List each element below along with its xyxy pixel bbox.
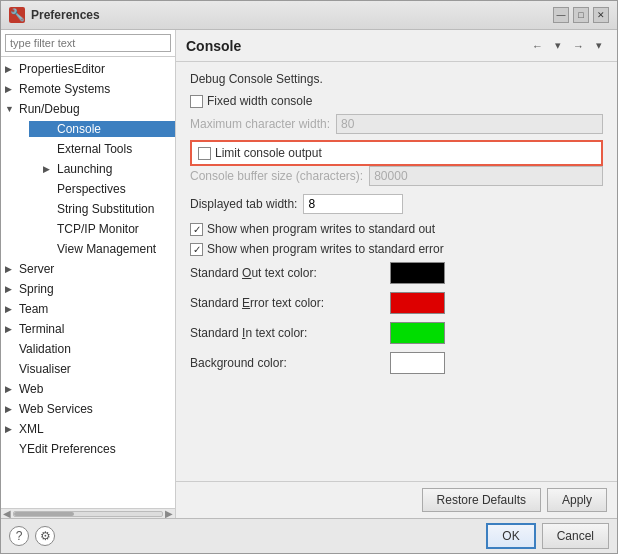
help-button[interactable]: ?	[9, 526, 29, 546]
sidebar-item-team[interactable]: ▶ Team	[1, 299, 175, 319]
sidebar-item-label: Web Services	[19, 402, 93, 416]
scroll-left-btn[interactable]: ◀	[3, 508, 11, 518]
sidebar-item-visualiser[interactable]: Visualiser	[1, 359, 175, 379]
tree: ▶ PropertiesEditor ▶ Remote Systems ▼ Ru	[1, 57, 175, 508]
expand-arrow: ▶	[43, 164, 57, 174]
console-buffer-row: Console buffer size (characters):	[190, 166, 603, 186]
background-color-label: Background color:	[190, 356, 390, 370]
tab-width-input[interactable]	[303, 194, 403, 214]
sidebar-item-perspectives[interactable]: Perspectives	[1, 179, 175, 199]
sidebar-item-label: Spring	[19, 282, 54, 296]
panel-title: Console	[186, 38, 527, 54]
background-color-swatch[interactable]	[390, 352, 445, 374]
sidebar-item-label: Server	[19, 262, 54, 276]
sidebar-item-tcpip-monitor[interactable]: TCP/IP Monitor	[1, 219, 175, 239]
filter-input[interactable]	[5, 34, 171, 52]
scroll-thumb[interactable]	[14, 512, 74, 516]
tab-width-label: Displayed tab width:	[190, 197, 297, 211]
sidebar-item-validation[interactable]: Validation	[1, 339, 175, 359]
sidebar-item-view-management[interactable]: View Management	[1, 239, 175, 259]
scroll-track[interactable]	[13, 511, 163, 517]
max-char-input[interactable]	[336, 114, 603, 134]
sidebar-item-server[interactable]: ▶ Server	[1, 259, 175, 279]
nav-buttons: ← ▾ → ▾	[527, 36, 607, 55]
tab-width-row: Displayed tab width:	[190, 194, 603, 214]
sidebar-item-label: Web	[19, 382, 43, 396]
sidebar-item-label: XML	[19, 422, 44, 436]
sidebar-item-label: Visualiser	[19, 362, 71, 376]
sidebar-item-properties-editor[interactable]: ▶ PropertiesEditor	[1, 59, 175, 79]
sidebar-item-terminal[interactable]: ▶ Terminal	[1, 319, 175, 339]
background-color-row: Background color:	[190, 352, 603, 374]
limit-console-highlight: Limit console output	[190, 140, 603, 166]
show-standard-out-checkbox[interactable]	[190, 223, 203, 236]
sidebar-item-label: Run/Debug	[19, 102, 80, 116]
nav-fwd-dropdown-button[interactable]: ▾	[591, 36, 607, 55]
expand-arrow: ▶	[5, 384, 19, 394]
filter-box	[1, 30, 175, 57]
sidebar-item-label: Validation	[19, 342, 71, 356]
expand-arrow: ▶	[5, 304, 19, 314]
expand-arrow: ▶	[5, 64, 19, 74]
limit-output-checkbox[interactable]	[198, 147, 211, 160]
sidebar-item-label: Terminal	[19, 322, 64, 336]
sidebar-item-web-services[interactable]: ▶ Web Services	[1, 399, 175, 419]
section-title: Debug Console Settings.	[190, 72, 603, 86]
expand-arrow: ▶	[5, 84, 19, 94]
standard-in-color-label: Standard In text color:	[190, 326, 390, 340]
sidebar-item-label: Console	[57, 122, 101, 136]
sidebar-item-run-debug[interactable]: ▼ Run/Debug	[1, 99, 175, 119]
sidebar-item-xml[interactable]: ▶ XML	[1, 419, 175, 439]
nav-dropdown-button[interactable]: ▾	[550, 36, 566, 55]
sidebar-item-label: External Tools	[57, 142, 132, 156]
max-char-label: Maximum character width:	[190, 117, 330, 131]
expand-arrow: ▼	[5, 104, 19, 114]
show-standard-error-checkbox[interactable]	[190, 243, 203, 256]
expand-arrow: ▶	[5, 264, 19, 274]
maximize-button[interactable]: □	[573, 7, 589, 23]
sidebar-item-launching[interactable]: ▶ Launching	[1, 159, 175, 179]
sidebar-item-label: PropertiesEditor	[19, 62, 105, 76]
bottom-actions: OK Cancel	[63, 519, 617, 553]
sidebar-item-label: TCP/IP Monitor	[57, 222, 139, 236]
window-icon: 🔧	[9, 7, 25, 23]
expand-arrow: ▶	[5, 424, 19, 434]
close-button[interactable]: ✕	[593, 7, 609, 23]
nav-fwd-button[interactable]: →	[568, 37, 589, 55]
standard-error-color-row: Standard Error text color:	[190, 292, 603, 314]
cancel-button[interactable]: Cancel	[542, 523, 609, 549]
sidebar-item-remote-systems[interactable]: ▶ Remote Systems	[1, 79, 175, 99]
standard-out-color-row: Standard Out text color:	[190, 262, 603, 284]
console-buffer-label: Console buffer size (characters):	[190, 169, 363, 183]
panel-footer: Restore Defaults Apply	[176, 481, 617, 518]
show-standard-out-label: Show when program writes to standard out	[207, 222, 435, 236]
apply-button[interactable]: Apply	[547, 488, 607, 512]
expand-arrow: ▶	[5, 284, 19, 294]
sidebar-item-yedit-preferences[interactable]: YEdit Preferences	[1, 439, 175, 459]
sidebar-item-label: Perspectives	[57, 182, 126, 196]
standard-out-color-label: Standard Out text color:	[190, 266, 390, 280]
sidebar-item-web[interactable]: ▶ Web	[1, 379, 175, 399]
standard-out-color-swatch[interactable]	[390, 262, 445, 284]
console-buffer-input[interactable]	[369, 166, 603, 186]
standard-error-color-swatch[interactable]	[390, 292, 445, 314]
limit-output-label: Limit console output	[215, 146, 322, 160]
preferences-window: 🔧 Preferences — □ ✕ ▶ PropertiesEditor	[0, 0, 618, 554]
fixed-width-label: Fixed width console	[207, 94, 312, 108]
sidebar-item-label: View Management	[57, 242, 156, 256]
fixed-width-checkbox[interactable]	[190, 95, 203, 108]
settings-button[interactable]: ⚙	[35, 526, 55, 546]
sidebar-item-label: Team	[19, 302, 48, 316]
horizontal-scrollbar[interactable]: ◀ ▶	[1, 508, 175, 518]
ok-button[interactable]: OK	[486, 523, 535, 549]
sidebar-item-string-substitution[interactable]: String Substitution	[1, 199, 175, 219]
nav-back-button[interactable]: ←	[527, 37, 548, 55]
sidebar-item-external-tools[interactable]: External Tools	[1, 139, 175, 159]
standard-in-color-swatch[interactable]	[390, 322, 445, 344]
minimize-button[interactable]: —	[553, 7, 569, 23]
sidebar-item-console[interactable]: Console	[1, 119, 175, 139]
restore-defaults-button[interactable]: Restore Defaults	[422, 488, 541, 512]
standard-in-color-row: Standard In text color:	[190, 322, 603, 344]
scroll-right-btn[interactable]: ▶	[165, 508, 173, 518]
sidebar-item-spring[interactable]: ▶ Spring	[1, 279, 175, 299]
